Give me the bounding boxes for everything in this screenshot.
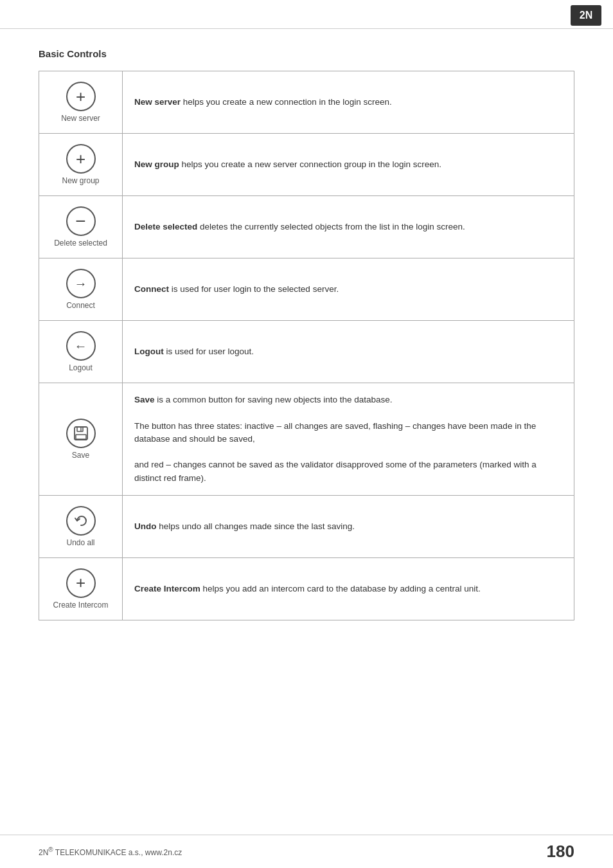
icon-cell: Save [39,383,123,496]
icon-label: Delete selected [51,239,111,248]
plus-icon: + [66,144,96,174]
icon-label: Save [51,451,111,460]
section-title: Basic Controls [39,48,574,59]
bold-term: Connect [134,284,169,294]
bold-term: Save [134,395,155,404]
description-cell: Create Intercom helps you add an interco… [123,557,574,620]
bold-term: Delete selected [134,222,197,231]
table-row: SaveSave is a common button for saving n… [39,383,574,496]
icon-cell: +New server [39,71,123,134]
icon-label: New group [51,176,111,185]
description-cell: Connect is used for user login to the se… [123,258,574,321]
icon-label: Connect [51,301,111,310]
icon-cell: +Create Intercom [39,557,123,620]
floppy-icon [66,419,96,448]
svg-rect-1 [77,427,83,431]
minus-icon: − [66,206,96,236]
plus-icon: + [66,568,96,598]
table-row: +Create IntercomCreate Intercom helps yo… [39,557,574,620]
table-row: →ConnectConnect is used for user login t… [39,258,574,321]
footer-company-name: 2N® TELEKOMUNIKACE a.s., www.2n.cz [39,848,182,857]
table-row: ←LogoutLogout is used for user logout. [39,321,574,383]
icon-cell: +New group [39,134,123,196]
bold-term: New group [134,159,179,169]
bold-term: Logout [134,347,164,356]
description-cell: New server helps you create a new connec… [123,71,574,134]
description-cell: Undo helps undo all changes made since t… [123,495,574,557]
description-cell: Logout is used for user logout. [123,321,574,383]
logo: 2N [571,5,601,26]
icon-label: New server [51,114,111,123]
undo-icon [66,506,96,536]
arrow-right-icon: → [66,269,96,298]
table-row: +New serverNew server helps you create a… [39,71,574,134]
icon-label: Logout [51,363,111,372]
description-cell: Delete selected deletes the currently se… [123,196,574,258]
description-cell: New group helps you create a new server … [123,134,574,196]
bold-term: Undo [134,521,157,531]
page-header: 2N [0,0,613,29]
icon-cell: Undo all [39,495,123,557]
icon-label: Create Intercom [51,601,111,610]
table-row: −Delete selectedDelete selected deletes … [39,196,574,258]
bold-term: Create Intercom [134,584,200,593]
arrow-left-icon: ← [66,331,96,361]
svg-rect-2 [76,435,86,439]
table-row: Undo allUndo helps undo all changes made… [39,495,574,557]
footer-page-number: 180 [547,842,574,862]
plus-icon: + [66,82,96,111]
icon-cell: →Connect [39,258,123,321]
icon-cell: ←Logout [39,321,123,383]
icon-cell: −Delete selected [39,196,123,258]
table-row: +New groupNew group helps you create a n… [39,134,574,196]
controls-table: +New serverNew server helps you create a… [39,71,574,620]
bold-term: New server [134,97,181,107]
description-cell: Save is a common button for saving new o… [123,383,574,496]
page-footer: 2N® TELEKOMUNIKACE a.s., www.2n.cz 180 [0,835,613,868]
footer-company: 2N® TELEKOMUNIKACE a.s., www.2n.cz [39,846,182,857]
icon-label: Undo all [51,538,111,547]
main-content: Basic Controls +New serverNew server hel… [0,29,613,640]
